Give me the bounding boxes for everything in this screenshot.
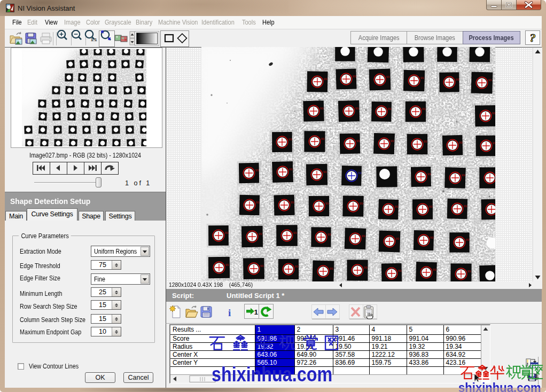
svg-text:?: ? [530,31,536,44]
svg-text:99: 99 [358,171,362,175]
svg-text:99: 99 [456,78,459,81]
svg-text:99: 99 [293,231,297,234]
svg-text:99: 99 [430,236,434,239]
svg-text:99: 99 [330,267,333,270]
svg-text:99: 99 [429,205,433,208]
svg-text:99: 99 [256,201,260,204]
svg-text:99: 99 [364,266,368,269]
svg-text:99: 99 [295,265,299,268]
svg-text:99: 99 [225,231,229,234]
svg-text:99: 99 [259,232,262,236]
svg-text:99: 99 [420,76,424,80]
svg-text:99: 99 [353,75,356,78]
svg-text:99: 99 [355,107,359,110]
svg-text:99: 99 [488,79,492,82]
svg-text:99: 99 [395,205,399,208]
svg-text:99: 99 [362,234,365,238]
svg-text:99: 99 [386,75,390,79]
svg-text:99: 99 [225,263,229,266]
svg-text:99: 99 [324,77,327,81]
svg-text:99: 99 [360,202,363,205]
svg-text:99: 99 [321,137,325,140]
svg-text:1: 1 [254,308,259,316]
svg-text:99: 99 [323,170,327,174]
svg-text:99: 99 [388,107,392,111]
svg-text:99: 99 [433,268,436,271]
svg-text:99: 99 [492,112,495,115]
svg-text:99: 99 [424,140,427,143]
svg-text:99: 99 [462,174,465,177]
svg-text:99: 99 [466,238,470,241]
svg-text:99: 99 [325,202,329,205]
svg-text:99: 99 [260,264,264,268]
svg-text:99: 99 [291,201,294,204]
svg-text:1:1: 1:1 [91,37,97,42]
svg-text:99: 99 [464,205,467,208]
svg-text:99: 99 [467,270,471,273]
svg-text:99: 99 [288,138,292,141]
svg-text:99: 99 [255,169,259,172]
svg-text:99: 99 [398,269,402,272]
svg-text:99: 99 [396,237,400,240]
svg-text:99: 99 [493,142,495,145]
svg-text:99: 99 [320,107,324,110]
svg-text:i: i [228,307,231,318]
svg-text:99: 99 [459,141,463,144]
svg-text:99: 99 [427,173,431,176]
svg-text:99: 99 [327,233,331,236]
svg-text:99: 99 [422,107,426,111]
svg-text:99: 99 [289,168,293,171]
svg-text:99: 99 [356,139,360,143]
svg-text:99: 99 [391,139,394,143]
